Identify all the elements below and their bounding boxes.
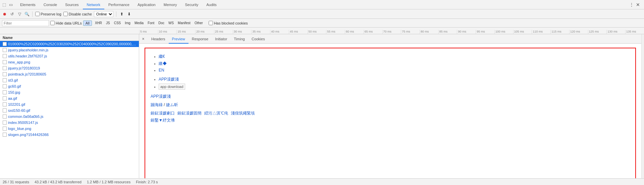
filter-manifest-btn[interactable]: Manifest [176,21,192,25]
tab-elements[interactable]: Elements [16,0,40,9]
file-item[interactable]: 102201.gif [0,101,139,107]
filter-icon[interactable]: ▽ [17,11,22,17]
file-type-icon [3,54,7,58]
lang-link[interactable]: 繼€ [159,54,165,59]
breadcrumb-right[interactable]: 婕ム昕 [166,102,178,107]
file-item[interactable]: aa.gif [0,95,139,101]
disable-cache-checkbox[interactable]: Disable cache [63,12,92,16]
breadcrumb-left[interactable]: 蹦海綠 [151,102,163,107]
footer-link[interactable]: 淺佷筑繩緊垓 [231,110,255,116]
file-item[interactable]: 010000%252C020000%252C030200%252C040000%… [0,41,139,47]
footer-link[interactable]: 繧洐△淇℃伅 [204,110,228,116]
filter-all-btn[interactable]: All [83,20,92,26]
tab-application[interactable]: Application [133,0,160,9]
lang-link[interactable]: EN [159,68,164,73]
file-item[interactable]: logo_blue.png [0,126,139,132]
file-name-label: index.95005147.js [8,120,38,126]
filter-other-btn[interactable]: Other [193,21,205,25]
tab-initiator[interactable]: Initiator [212,34,230,44]
file-item[interactable]: index.95005147.js [0,120,139,126]
app-section: APP湲媛淺 app download APP湲媛淺 [151,77,630,99]
file-name-label: sxd150-60.gif [8,107,30,113]
tab-preview[interactable]: Preview [169,34,189,44]
file-type-icon [3,114,7,119]
file-name-label: aa.gif [8,95,17,101]
filter-font-btn[interactable]: Font [146,21,156,25]
reload-btn[interactable]: ↺ [9,11,15,17]
preserve-log-checkbox[interactable]: Preserve log [35,12,61,16]
search-icon[interactable]: 🔍 [24,11,30,17]
ruler-tick: 135 ms [625,30,644,34]
tab-timing[interactable]: Timing [230,34,248,44]
inspect-icon[interactable]: ⬚ [1,2,7,7]
ruler-tick: 60 ms [345,30,364,34]
tab-console[interactable]: Console [40,0,61,9]
hide-data-urls-checkbox[interactable]: Hide data URLs [50,21,82,25]
filter-doc-btn[interactable]: Doc [157,21,166,25]
blocked-cookies-checkbox[interactable]: Has blocked cookies [209,21,248,25]
transferred-size: 43.2 kB / 43.2 kB transferred [35,180,82,184]
file-item[interactable]: new_app.png [0,59,139,65]
file-type-icon [3,108,7,112]
requests-count: 26 / 31 requests [3,180,29,184]
detail-close-btn[interactable]: × [141,36,146,42]
file-item[interactable]: pointtrack.js?20180605 [0,71,139,77]
tab-response[interactable]: Response [189,34,212,44]
import-btn[interactable]: ⬆ [119,11,124,17]
tab-cookies[interactable]: Cookies [248,34,268,44]
filter-js-btn[interactable]: JS [104,21,112,25]
filter-ws-btn[interactable]: WS [167,21,175,25]
tab-audits[interactable]: Audits [202,0,221,9]
footer-link[interactable]: 鎔鉦湲媛固簡 [177,110,202,116]
file-item[interactable]: common.0a56a0b5.js [0,113,139,120]
file-item[interactable]: slogen.png?1544426366 [0,132,139,138]
file-type-icon [3,84,7,88]
device-icon[interactable]: ▭ [8,2,13,7]
file-item[interactable]: 150.jpg [0,89,139,95]
file-item[interactable]: gc60.gif [0,83,139,89]
more-tabs-icon[interactable]: ⋮ [629,2,634,7]
filter-input[interactable] [2,20,49,26]
lang-link[interactable]: 繳◆ [159,61,167,66]
right-scrollbar[interactable] [641,34,644,178]
file-type-icon [3,102,7,106]
file-type-icon [3,48,7,52]
ruler-tick: 40 ms [270,30,289,34]
bottom-link[interactable]: 鎔鑿▼紓文坲 [151,118,175,123]
record-btn[interactable]: ⏺ [2,11,7,17]
filter-img-btn[interactable]: Img [123,21,132,25]
file-name-label: new_app.png [8,59,30,65]
tab-performance[interactable]: Performance [104,0,133,9]
app-link-1[interactable]: APP湲媛淺 [159,77,179,82]
app-download-link[interactable]: APP湲媛淺 [151,94,171,99]
filter-xhr-btn[interactable]: XHR [93,21,104,25]
filter-css-btn[interactable]: CSS [112,21,123,25]
footer-link[interactable]: 鎔鉦湲媛劇口 [151,110,175,116]
export-btn[interactable]: ⬇ [126,11,132,17]
ruler-tick: 120 ms [569,30,588,34]
file-name-label: pointtrack.js?20180605 [8,71,46,77]
ruler-tick: 30 ms [233,30,252,34]
file-type-icon [3,72,7,76]
file-item[interactable]: st3.gif [0,77,139,83]
file-item[interactable]: jquery.placeholder.min.js [0,47,139,53]
preview-border: 繼€繳◆EN APP湲媛淺 app download APP湲媛淺 蹦海綠 / … [145,48,636,178]
tab-headers[interactable]: Headers [148,34,169,44]
file-type-icon [3,60,7,64]
file-item[interactable]: jquery.js?20180319 [0,65,139,71]
ruler-tick: 105 ms [513,30,532,34]
main-area: Name 010000%252C020000%252C030200%252C04… [0,34,644,178]
tab-memory[interactable]: Memory [160,0,181,9]
tab-security[interactable]: Security [181,0,202,9]
tab-sources[interactable]: Sources [61,0,83,9]
close-devtools-icon[interactable]: ✕ [636,2,640,7]
file-item[interactable]: utils.header.2bf76207.js [0,53,139,59]
throttle-select[interactable]: Online [94,11,113,17]
filter-bar: Hide data URLs All XHR JS CSS Img Media … [0,19,644,28]
file-type-icon [3,121,7,125]
filter-media-btn[interactable]: Media [133,21,145,25]
file-item[interactable]: sxd150-60.gif [0,107,139,113]
app-img-placeholder: app download [159,84,185,90]
ruler-tick: 5 ms [139,30,158,34]
tab-network[interactable]: Network [83,0,104,9]
